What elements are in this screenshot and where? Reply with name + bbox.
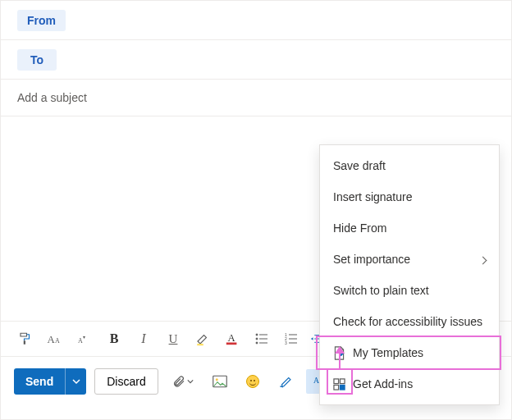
svg-rect-7 — [226, 343, 237, 345]
italic-icon[interactable]: I — [130, 326, 157, 352]
svg-point-8 — [256, 334, 258, 336]
menu-switch-plain-text[interactable]: Switch to plain text — [320, 275, 499, 306]
font-increase-icon[interactable]: AA — [42, 326, 68, 352]
svg-text:3: 3 — [285, 340, 287, 345]
svg-text:A: A — [228, 332, 235, 344]
svg-text:A: A — [47, 334, 55, 345]
from-button[interactable]: From — [17, 10, 66, 31]
menu-check-accessibility[interactable]: Check for accessibility issues — [320, 306, 499, 337]
menu-label: Switch to plain text — [333, 284, 486, 297]
svg-point-10 — [256, 338, 258, 340]
menu-set-importance[interactable]: Set importance — [320, 244, 499, 275]
menu-hide-from[interactable]: Hide From — [320, 212, 499, 244]
menu-my-templates[interactable]: My Templates — [320, 337, 499, 368]
svg-point-12 — [256, 342, 258, 344]
bullet-list-icon[interactable] — [249, 326, 275, 352]
font-color-icon[interactable]: A — [219, 326, 245, 352]
svg-rect-5 — [197, 344, 203, 345]
highlight-icon[interactable] — [190, 326, 216, 352]
bold-icon[interactable]: B — [101, 326, 127, 352]
svg-rect-31 — [334, 385, 339, 390]
insert-picture-icon[interactable] — [208, 369, 232, 394]
subject-row — [1, 80, 511, 116]
more-options-menu: Save draft Insert signature Hide From Se… — [319, 144, 500, 405]
send-button-group: Send — [14, 368, 86, 395]
menu-label: Insert signature — [333, 190, 486, 203]
menu-label: Hide From — [333, 221, 486, 235]
svg-text:A: A — [55, 337, 60, 345]
subject-input[interactable] — [1, 80, 511, 116]
underline-icon[interactable]: U — [160, 326, 186, 352]
menu-label: Set importance — [333, 253, 480, 266]
send-button[interactable]: Send — [14, 368, 65, 395]
svg-text:A: A — [78, 337, 83, 345]
svg-rect-30 — [340, 378, 345, 383]
menu-label: My Templates — [353, 346, 486, 359]
chevron-right-icon — [480, 253, 486, 266]
menu-label: Save draft — [333, 159, 486, 172]
attach-button[interactable] — [167, 369, 199, 394]
addins-icon — [333, 378, 351, 390]
send-split-button[interactable] — [65, 368, 86, 395]
template-icon — [333, 346, 351, 360]
format-painter-icon[interactable] — [12, 326, 39, 352]
menu-label: Check for accessibility issues — [333, 315, 486, 328]
emoji-icon[interactable] — [240, 369, 265, 394]
svg-rect-0 — [24, 340, 25, 345]
menu-insert-signature[interactable]: Insert signature — [320, 181, 499, 212]
menu-get-addins[interactable]: Get Add-ins — [320, 368, 499, 399]
svg-rect-29 — [334, 378, 339, 383]
discard-button[interactable]: Discard — [94, 368, 158, 395]
menu-save-draft[interactable]: Save draft — [320, 150, 499, 181]
svg-rect-32 — [340, 385, 345, 390]
font-decrease-icon[interactable]: A▾ — [71, 326, 98, 352]
numbered-list-icon[interactable]: 123 — [278, 326, 304, 352]
svg-text:A: A — [313, 376, 319, 385]
ink-icon[interactable] — [273, 369, 298, 394]
compose-window: From To AA A▾ B I U A — [0, 0, 512, 420]
svg-text:▾: ▾ — [83, 335, 85, 340]
from-row: From — [1, 1, 511, 40]
menu-label: Get Add-ins — [353, 377, 486, 390]
to-row: To — [1, 40, 511, 80]
to-button[interactable]: To — [17, 49, 57, 71]
svg-point-24 — [215, 378, 217, 381]
